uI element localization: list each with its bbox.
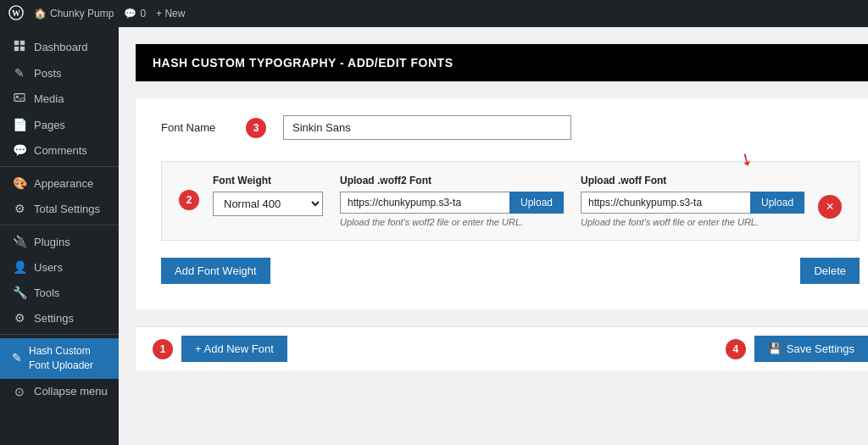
total-settings-icon: ⚙: [12, 202, 27, 215]
sidebar-separator-3: [0, 334, 119, 335]
upload-woff2-row: Upload: [340, 192, 564, 214]
sidebar: Dashboard ✎ Posts Media 📄 Pages 💬 Commen…: [0, 27, 119, 445]
font-name-row: Font Name 3: [161, 115, 860, 140]
upload-woff-button[interactable]: Upload: [750, 192, 804, 214]
sidebar-item-comments[interactable]: 💬 Comments: [0, 137, 119, 163]
comment-icon: 💬: [124, 8, 136, 19]
remove-font-weight-button[interactable]: ×: [818, 195, 842, 219]
font-name-label: Font Name: [161, 121, 229, 134]
add-new-font-badge: 1: [153, 339, 173, 359]
add-new-font-button[interactable]: + Add New Font: [181, 336, 287, 362]
bottom-right: 4 💾 Save Settings: [726, 336, 868, 362]
add-font-weight-button[interactable]: Add Font Weight: [161, 258, 270, 284]
main-wrapper: Dashboard ✎ Posts Media 📄 Pages 💬 Commen…: [0, 27, 868, 445]
sidebar-item-appearance[interactable]: 🎨 Appearance: [0, 170, 119, 196]
media-label: Media: [34, 92, 64, 105]
settings-icon: ⚙: [12, 311, 27, 325]
svg-text:W: W: [12, 8, 20, 17]
upload-woff-group: Upload Upload the font's woff file or en…: [581, 192, 804, 227]
dashboard-icon: [12, 40, 27, 54]
settings-label: Settings: [34, 312, 74, 325]
pages-icon: 📄: [12, 118, 27, 131]
bottom-left: 1 + Add New Font: [153, 336, 287, 362]
tools-label: Tools: [34, 286, 59, 299]
total-settings-label: Total Settings: [34, 203, 100, 215]
hash-font-icon: ✎: [12, 350, 22, 367]
svg-rect-3: [20, 41, 25, 45]
svg-rect-5: [20, 47, 25, 51]
appearance-icon: 🎨: [12, 176, 27, 190]
sidebar-item-media[interactable]: Media: [0, 86, 119, 112]
site-name[interactable]: 🏠 Chunky Pump: [34, 8, 114, 19]
plugins-icon: 🔌: [12, 235, 27, 248]
svg-rect-2: [14, 41, 19, 45]
comments-link[interactable]: 💬 0: [124, 8, 146, 19]
font-weight-badge: 2: [179, 190, 199, 210]
comments-icon: 💬: [12, 143, 27, 157]
sidebar-item-dashboard[interactable]: Dashboard: [0, 34, 119, 60]
appearance-label: Appearance: [34, 177, 93, 190]
new-item-link[interactable]: + New: [156, 8, 185, 19]
collapse-icon: ⊙: [12, 385, 27, 398]
wp-logo[interactable]: W: [8, 5, 24, 23]
delete-button[interactable]: Delete: [800, 258, 860, 284]
home-icon: 🏠: [34, 8, 47, 19]
wp-logo-icon: W: [8, 5, 24, 23]
users-label: Users: [34, 261, 63, 274]
dashboard-label: Dashboard: [34, 41, 88, 53]
sidebar-item-tools[interactable]: 🔧 Tools: [0, 280, 119, 305]
posts-label: Posts: [34, 67, 62, 80]
upload-woff2-label: Upload .woff2 Font: [340, 175, 564, 186]
actions-row: Add Font Weight Delete: [161, 258, 860, 284]
save-icon: 💾: [768, 342, 782, 355]
sidebar-item-settings[interactable]: ⚙ Settings: [0, 305, 119, 331]
sidebar-item-pages[interactable]: 📄 Pages: [0, 112, 119, 137]
sidebar-separator-2: [0, 225, 119, 225]
font-name-badge: 3: [246, 118, 266, 138]
sidebar-item-collapse[interactable]: ⊙ Collapse menu: [0, 379, 119, 404]
comments-label: Comments: [34, 144, 87, 157]
hash-font-label: Hash Custom Font Uploader: [29, 344, 110, 373]
upload-woff2-input[interactable]: [340, 192, 509, 214]
sidebar-item-total-settings[interactable]: ⚙ Total Settings: [0, 196, 119, 221]
font-name-input[interactable]: [283, 115, 571, 140]
save-settings-button[interactable]: 💾 Save Settings: [754, 336, 868, 362]
upload-woff2-button[interactable]: Upload: [509, 192, 564, 214]
page-header: HASH CUSTOM TYPOGRAPHY - ADD/EDIT FONTS: [136, 44, 868, 81]
plugins-label: Plugins: [34, 236, 70, 248]
topbar: W 🏠 Chunky Pump 💬 0 + New: [0, 0, 868, 27]
font-weight-section: 2 Font Weight Normal 400 Thin 100 Light …: [161, 161, 860, 241]
pages-label: Pages: [34, 119, 65, 131]
sidebar-item-hash-font-uploader[interactable]: ✎ Hash Custom Font Uploader: [0, 338, 119, 379]
svg-rect-6: [14, 94, 25, 102]
upload-woff-input[interactable]: [581, 192, 750, 214]
upload-woff-row: Upload: [581, 192, 804, 214]
save-settings-badge: 4: [726, 339, 746, 359]
posts-icon: ✎: [12, 66, 27, 80]
sidebar-item-plugins[interactable]: 🔌 Plugins: [0, 229, 119, 254]
upload-woff2-hint: Upload the font's woff2 file or enter th…: [340, 217, 564, 227]
media-icon: [12, 92, 27, 106]
sidebar-item-users[interactable]: 👤 Users: [0, 254, 119, 280]
bottom-bar: 1 + Add New Font 4 💾 Save Settings: [136, 326, 868, 370]
upload-woff-label: Upload .woff Font: [581, 175, 804, 186]
collapse-label: Collapse menu: [34, 385, 108, 398]
upload-woff-col: Upload .woff Font Upload Upload the font…: [581, 175, 804, 227]
upload-woff-hint: Upload the font's woff file or enter the…: [581, 217, 804, 227]
font-weight-col: Font Weight Normal 400 Thin 100 Light 30…: [213, 175, 323, 216]
svg-rect-4: [14, 47, 19, 51]
tools-icon: 🔧: [12, 286, 27, 299]
users-icon: 👤: [12, 260, 27, 274]
font-weight-col-label: Font Weight: [213, 175, 323, 186]
sidebar-item-posts[interactable]: ✎ Posts: [0, 60, 119, 86]
arrow-annotation: ➘: [735, 147, 758, 171]
content-area: Font Name 3 2 Font Weight Normal 400 Thi…: [136, 98, 868, 309]
upload-woff2-col: Upload .woff2 Font Upload Upload the fon…: [340, 175, 564, 227]
sidebar-separator-1: [0, 166, 119, 167]
main-content: HASH CUSTOM TYPOGRAPHY - ADD/EDIT FONTS …: [119, 27, 868, 445]
upload-woff2-group: Upload Upload the font's woff2 file or e…: [340, 192, 564, 227]
font-weight-select[interactable]: Normal 400 Thin 100 Light 300 Bold 700 B…: [213, 192, 323, 216]
